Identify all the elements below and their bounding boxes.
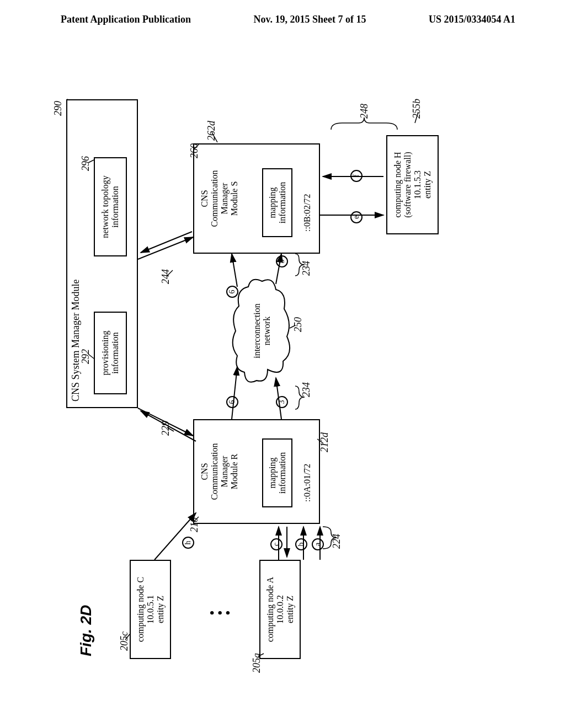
mapping-r-box: mapping information: [262, 438, 292, 507]
node-h-box: computing node H (software firewall) 10.…: [386, 135, 439, 234]
comm-mgr-r-label: CNS Communication Manager Module R: [200, 443, 239, 500]
ref-212d: 212d: [319, 432, 331, 452]
ref-210: 210: [189, 517, 200, 532]
ref-262d: 262d: [206, 121, 217, 141]
mapping-s-box: mapping information: [262, 168, 292, 237]
header-center: Nov. 19, 2015 Sheet 7 of 15: [254, 14, 366, 25]
ref-255b: 255b: [411, 99, 423, 119]
flow-6-left: 6: [226, 396, 238, 408]
flow-c: c: [270, 538, 282, 550]
ref-292: 292: [80, 349, 92, 364]
node-c-box: computing node C 10.0.5.1 entity Z: [130, 560, 171, 659]
interconnection-cloud: interconnection network: [229, 276, 295, 386]
addr-r: ::0A:01/72: [302, 464, 312, 502]
flow-e: e: [350, 211, 363, 223]
comm-mgr-s-label: CNS Communication Manager Module S: [200, 170, 239, 227]
ref-290: 290: [52, 101, 64, 116]
flow-3-left: 3: [276, 396, 288, 408]
ref-205a: 205a: [251, 653, 263, 673]
ref-250: 250: [292, 317, 304, 332]
node-a-box: computing node A 10.0.0.2 entity Z: [259, 560, 301, 659]
ref-229: 229: [160, 421, 172, 436]
flow-3-right: 3: [276, 255, 288, 267]
ellipsis-dots: • • •: [210, 606, 230, 620]
ref-234b: 234: [301, 261, 312, 276]
topology-box: network topology information: [94, 157, 127, 256]
flow-b: b: [295, 538, 307, 550]
flow-h: h: [182, 537, 194, 549]
svg-line-12: [141, 232, 192, 253]
header-right: US 2015/0334054 A1: [429, 14, 515, 25]
system-manager-label: CNS System Manager Module: [70, 280, 82, 402]
comm-mgr-r-box: CNS Communication Manager Module R: [193, 419, 320, 524]
ref-248: 248: [359, 104, 370, 119]
ref-205c: 205c: [119, 631, 130, 651]
ref-224: 224: [331, 534, 343, 549]
comm-mgr-s-box: CNS Communication Manager Module S: [193, 143, 320, 254]
header-left: Patent Application Publication: [61, 14, 191, 25]
ref-244: 244: [160, 269, 172, 284]
addr-s: ::0B:02/72: [302, 194, 312, 232]
ref-260: 260: [189, 143, 200, 158]
figure-title: Fig. 2D: [77, 605, 95, 656]
flow-a: a: [312, 538, 324, 550]
ref-234: 234: [301, 382, 312, 397]
flow-f: f: [350, 170, 363, 182]
flow-6-right: 6: [226, 286, 238, 298]
svg-line-11: [138, 237, 193, 259]
provisioning-box: provisioning information: [94, 312, 127, 394]
ref-296: 296: [80, 156, 92, 171]
cloud-label: interconnection network: [252, 303, 272, 358]
